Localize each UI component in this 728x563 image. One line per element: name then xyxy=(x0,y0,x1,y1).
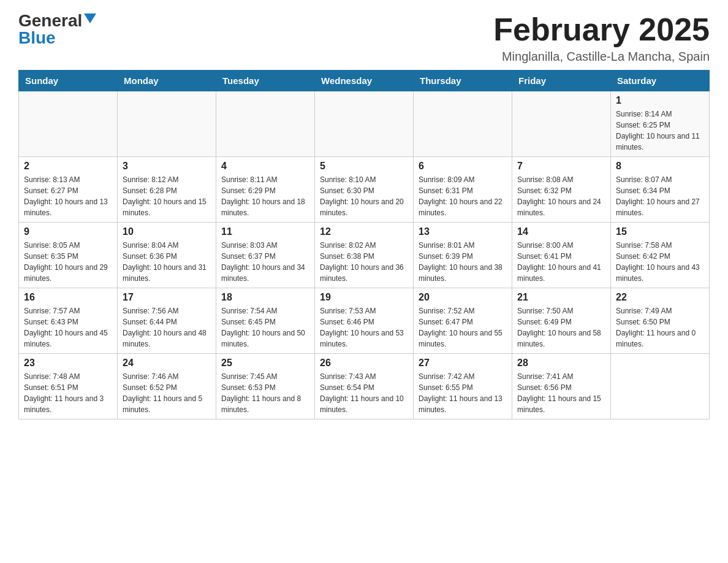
day-number: 27 xyxy=(419,358,507,369)
day-number: 10 xyxy=(123,226,211,237)
title-section: February 2025 Minglanilla, Castille-La M… xyxy=(493,12,710,64)
day-info: Sunrise: 7:53 AM Sunset: 6:46 PM Dayligh… xyxy=(320,305,408,350)
calendar-header-row: Sunday Monday Tuesday Wednesday Thursday… xyxy=(19,71,710,91)
location-text: Minglanilla, Castille-La Mancha, Spain xyxy=(493,50,710,64)
day-number: 24 xyxy=(123,358,211,369)
day-number: 19 xyxy=(320,292,408,303)
week-row-3: 9Sunrise: 8:05 AM Sunset: 6:35 PM Daylig… xyxy=(19,223,710,288)
day-number: 23 xyxy=(24,358,112,369)
day-cell xyxy=(414,91,512,157)
day-cell: 11Sunrise: 8:03 AM Sunset: 6:37 PM Dayli… xyxy=(216,223,315,288)
day-info: Sunrise: 8:10 AM Sunset: 6:30 PM Dayligh… xyxy=(320,174,408,218)
day-info: Sunrise: 7:54 AM Sunset: 6:45 PM Dayligh… xyxy=(221,305,309,350)
day-number: 21 xyxy=(517,292,605,303)
day-info: Sunrise: 7:57 AM Sunset: 6:43 PM Dayligh… xyxy=(24,305,112,350)
week-row-2: 2Sunrise: 8:13 AM Sunset: 6:27 PM Daylig… xyxy=(19,157,710,223)
day-cell xyxy=(216,91,315,157)
day-cell: 24Sunrise: 7:46 AM Sunset: 6:52 PM Dayli… xyxy=(118,354,216,419)
day-number: 11 xyxy=(221,226,309,237)
day-cell: 23Sunrise: 7:48 AM Sunset: 6:51 PM Dayli… xyxy=(19,354,118,419)
day-cell: 2Sunrise: 8:13 AM Sunset: 6:27 PM Daylig… xyxy=(19,157,118,223)
day-number: 1 xyxy=(616,95,704,106)
day-cell: 4Sunrise: 8:11 AM Sunset: 6:29 PM Daylig… xyxy=(216,157,315,223)
day-number: 3 xyxy=(123,161,211,172)
day-number: 13 xyxy=(419,226,507,237)
day-info: Sunrise: 7:49 AM Sunset: 6:50 PM Dayligh… xyxy=(616,305,704,350)
day-info: Sunrise: 7:41 AM Sunset: 6:56 PM Dayligh… xyxy=(517,371,605,415)
day-cell: 25Sunrise: 7:45 AM Sunset: 6:53 PM Dayli… xyxy=(216,354,315,419)
day-cell: 5Sunrise: 8:10 AM Sunset: 6:30 PM Daylig… xyxy=(315,157,414,223)
day-info: Sunrise: 8:12 AM Sunset: 6:28 PM Dayligh… xyxy=(123,174,211,218)
day-info: Sunrise: 7:56 AM Sunset: 6:44 PM Dayligh… xyxy=(123,305,211,350)
day-cell: 3Sunrise: 8:12 AM Sunset: 6:28 PM Daylig… xyxy=(118,157,216,223)
day-info: Sunrise: 8:01 AM Sunset: 6:39 PM Dayligh… xyxy=(419,240,507,284)
logo-triangle-icon xyxy=(84,13,96,23)
day-cell: 10Sunrise: 8:04 AM Sunset: 6:36 PM Dayli… xyxy=(118,223,216,288)
col-friday: Friday xyxy=(512,71,611,91)
day-number: 12 xyxy=(320,226,408,237)
day-info: Sunrise: 7:42 AM Sunset: 6:55 PM Dayligh… xyxy=(419,371,507,415)
day-cell: 26Sunrise: 7:43 AM Sunset: 6:54 PM Dayli… xyxy=(315,354,414,419)
day-number: 25 xyxy=(221,358,309,369)
day-number: 8 xyxy=(616,161,704,172)
day-cell: 12Sunrise: 8:02 AM Sunset: 6:38 PM Dayli… xyxy=(315,223,414,288)
col-thursday: Thursday xyxy=(414,71,512,91)
day-number: 4 xyxy=(221,161,309,172)
day-number: 15 xyxy=(616,226,704,237)
day-number: 17 xyxy=(123,292,211,303)
day-info: Sunrise: 8:04 AM Sunset: 6:36 PM Dayligh… xyxy=(123,240,211,284)
day-cell: 16Sunrise: 7:57 AM Sunset: 6:43 PM Dayli… xyxy=(19,288,118,354)
day-cell: 22Sunrise: 7:49 AM Sunset: 6:50 PM Dayli… xyxy=(611,288,710,354)
day-info: Sunrise: 8:14 AM Sunset: 6:25 PM Dayligh… xyxy=(616,109,704,153)
day-info: Sunrise: 7:43 AM Sunset: 6:54 PM Dayligh… xyxy=(320,371,408,415)
day-info: Sunrise: 8:08 AM Sunset: 6:32 PM Dayligh… xyxy=(517,174,605,218)
day-info: Sunrise: 7:52 AM Sunset: 6:47 PM Dayligh… xyxy=(419,305,507,350)
day-cell xyxy=(315,91,414,157)
day-info: Sunrise: 7:46 AM Sunset: 6:52 PM Dayligh… xyxy=(123,371,211,415)
month-year-title: February 2025 xyxy=(493,12,710,47)
day-info: Sunrise: 7:50 AM Sunset: 6:49 PM Dayligh… xyxy=(517,305,605,350)
day-number: 9 xyxy=(24,226,112,237)
day-info: Sunrise: 8:00 AM Sunset: 6:41 PM Dayligh… xyxy=(517,240,605,284)
day-cell: 28Sunrise: 7:41 AM Sunset: 6:56 PM Dayli… xyxy=(512,354,611,419)
col-wednesday: Wednesday xyxy=(315,71,414,91)
day-info: Sunrise: 8:02 AM Sunset: 6:38 PM Dayligh… xyxy=(320,240,408,284)
day-number: 18 xyxy=(221,292,309,303)
day-cell: 6Sunrise: 8:09 AM Sunset: 6:31 PM Daylig… xyxy=(414,157,512,223)
col-saturday: Saturday xyxy=(611,71,710,91)
day-cell: 15Sunrise: 7:58 AM Sunset: 6:42 PM Dayli… xyxy=(611,223,710,288)
day-cell xyxy=(118,91,216,157)
day-info: Sunrise: 8:09 AM Sunset: 6:31 PM Dayligh… xyxy=(419,174,507,218)
day-cell xyxy=(19,91,118,157)
day-info: Sunrise: 7:45 AM Sunset: 6:53 PM Dayligh… xyxy=(221,371,309,415)
day-number: 2 xyxy=(24,161,112,172)
day-cell: 20Sunrise: 7:52 AM Sunset: 6:47 PM Dayli… xyxy=(414,288,512,354)
logo-blue-text: Blue xyxy=(18,29,56,47)
logo-general-text: General xyxy=(18,12,82,29)
day-number: 6 xyxy=(419,161,507,172)
week-row-5: 23Sunrise: 7:48 AM Sunset: 6:51 PM Dayli… xyxy=(19,354,710,419)
day-number: 20 xyxy=(419,292,507,303)
day-cell: 13Sunrise: 8:01 AM Sunset: 6:39 PM Dayli… xyxy=(414,223,512,288)
day-number: 28 xyxy=(517,358,605,369)
week-row-4: 16Sunrise: 7:57 AM Sunset: 6:43 PM Dayli… xyxy=(19,288,710,354)
day-cell: 17Sunrise: 7:56 AM Sunset: 6:44 PM Dayli… xyxy=(118,288,216,354)
day-info: Sunrise: 8:11 AM Sunset: 6:29 PM Dayligh… xyxy=(221,174,309,218)
day-cell xyxy=(512,91,611,157)
day-cell: 14Sunrise: 8:00 AM Sunset: 6:41 PM Dayli… xyxy=(512,223,611,288)
day-number: 5 xyxy=(320,161,408,172)
day-info: Sunrise: 7:48 AM Sunset: 6:51 PM Dayligh… xyxy=(24,371,112,415)
day-cell: 7Sunrise: 8:08 AM Sunset: 6:32 PM Daylig… xyxy=(512,157,611,223)
day-number: 14 xyxy=(517,226,605,237)
day-number: 22 xyxy=(616,292,704,303)
calendar-table: Sunday Monday Tuesday Wednesday Thursday… xyxy=(18,70,710,419)
col-tuesday: Tuesday xyxy=(216,71,315,91)
day-info: Sunrise: 8:05 AM Sunset: 6:35 PM Dayligh… xyxy=(24,240,112,284)
day-info: Sunrise: 8:03 AM Sunset: 6:37 PM Dayligh… xyxy=(221,240,309,284)
day-cell: 27Sunrise: 7:42 AM Sunset: 6:55 PM Dayli… xyxy=(414,354,512,419)
day-cell: 9Sunrise: 8:05 AM Sunset: 6:35 PM Daylig… xyxy=(19,223,118,288)
day-number: 16 xyxy=(24,292,112,303)
day-info: Sunrise: 8:13 AM Sunset: 6:27 PM Dayligh… xyxy=(24,174,112,218)
col-sunday: Sunday xyxy=(19,71,118,91)
day-info: Sunrise: 8:07 AM Sunset: 6:34 PM Dayligh… xyxy=(616,174,704,218)
